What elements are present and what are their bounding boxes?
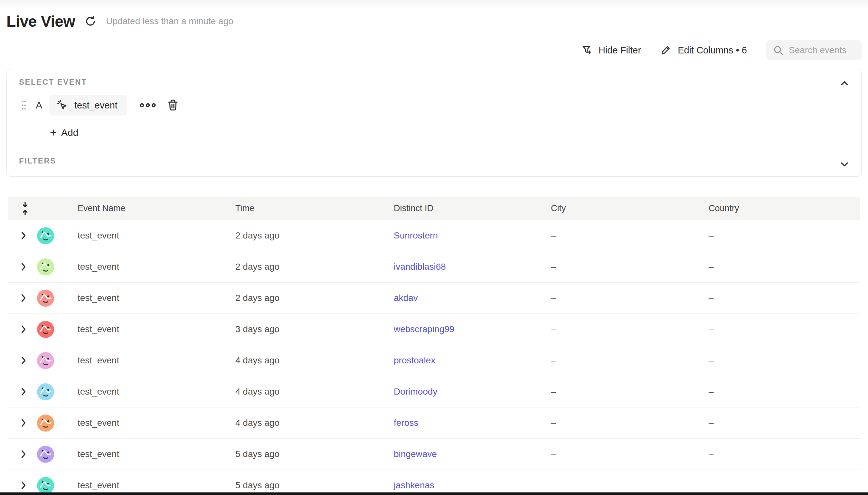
more-options-button[interactable] <box>139 102 156 108</box>
drag-handle[interactable] <box>19 100 29 111</box>
event-chip-label: test_event <box>74 100 118 111</box>
distinct-id-link[interactable]: bingewave <box>394 449 437 459</box>
city-cell: – <box>551 262 709 272</box>
pencil-icon <box>660 45 672 56</box>
expand-row-button[interactable] <box>21 450 26 458</box>
expand-row-button[interactable] <box>21 419 26 427</box>
country-cell: – <box>709 480 860 491</box>
row-expand-cell <box>8 477 78 494</box>
expand-row-button[interactable] <box>21 294 26 302</box>
user-avatar <box>37 352 54 369</box>
row-expand-cell <box>8 258 78 275</box>
country-cell: – <box>709 387 860 397</box>
delete-event-button[interactable] <box>167 99 179 112</box>
filter-plus-icon <box>581 45 593 56</box>
distinct-id-link[interactable]: akdav <box>394 293 418 303</box>
distinct-id-link[interactable]: webscraping99 <box>394 324 454 334</box>
table-row: test_event 2 days ago Sunrostern – – <box>8 220 860 251</box>
expand-row-button[interactable] <box>21 232 26 240</box>
expand-filters-button[interactable] <box>837 157 852 171</box>
three-dots-icon <box>139 102 156 108</box>
user-avatar <box>37 290 54 307</box>
expand-row-button[interactable] <box>21 388 26 396</box>
user-avatar <box>37 446 54 463</box>
plus-icon: + <box>50 128 57 137</box>
user-avatar <box>37 258 54 275</box>
hide-filter-button[interactable]: Hide Filter <box>581 45 641 56</box>
query-builder-panel: SELECT EVENT A <box>6 69 862 177</box>
edit-columns-button[interactable]: Edit Columns • 6 <box>660 45 747 56</box>
chevron-up-icon <box>840 79 849 88</box>
select-event-label: SELECT EVENT <box>19 78 849 87</box>
distinct-id-link[interactable]: jashkenas <box>394 480 434 490</box>
event-chip[interactable]: test_event <box>49 95 127 116</box>
distinct-id-link[interactable]: ivandiblasi68 <box>394 262 446 272</box>
time-cell: 4 days ago <box>235 418 394 428</box>
city-cell: – <box>551 480 709 491</box>
toolbar: Hide Filter Edit Columns • 6 <box>6 39 862 62</box>
filters-label: FILTERS <box>19 156 849 166</box>
row-expand-cell <box>8 321 78 338</box>
city-cell: – <box>551 293 709 303</box>
event-name-cell: test_event <box>78 449 235 459</box>
chevron-right-icon <box>21 325 26 334</box>
live-view-page: Live View Updated less than a minute ago… <box>0 0 868 495</box>
search-icon <box>773 45 784 56</box>
filters-section: FILTERS <box>7 148 861 176</box>
edit-columns-label: Edit Columns • 6 <box>678 45 747 56</box>
time-cell: 3 days ago <box>235 324 394 335</box>
expand-row-button[interactable] <box>21 325 26 334</box>
table-row: test_event 4 days ago feross – – <box>8 408 860 439</box>
city-cell: – <box>551 355 709 365</box>
chevron-right-icon <box>21 481 26 490</box>
distinct-id-link[interactable]: Sunrostern <box>394 231 438 240</box>
city-cell: – <box>551 324 709 335</box>
column-header-event-name[interactable]: Event Name <box>78 203 235 214</box>
event-row: A test_event <box>19 95 849 116</box>
search-events-box[interactable] <box>766 40 862 60</box>
table-row: test_event 5 days ago jashkenas – – <box>8 470 860 495</box>
table-row: test_event 4 days ago Dorimoody – – <box>8 376 860 408</box>
event-name-cell: test_event <box>78 480 235 491</box>
expand-row-button[interactable] <box>21 262 26 271</box>
table-row: test_event 2 days ago akdav – – <box>8 283 860 314</box>
bottom-edge-bar <box>0 492 868 495</box>
expand-row-button[interactable] <box>21 356 26 365</box>
distinct-id-link[interactable]: prostoalex <box>394 355 435 365</box>
time-cell: 5 days ago <box>235 449 394 459</box>
refresh-icon <box>84 15 97 27</box>
event-name-cell: test_event <box>78 324 235 335</box>
add-event-button[interactable]: + Add <box>50 127 78 138</box>
collapse-all-button[interactable] <box>21 202 29 215</box>
time-cell: 2 days ago <box>235 293 394 303</box>
column-header-country[interactable]: Country <box>709 203 860 214</box>
table-body: test_event 2 days ago Sunrostern – – <box>8 220 860 495</box>
row-expand-cell <box>8 414 78 432</box>
refresh-button[interactable] <box>83 14 98 28</box>
column-header-city[interactable]: City <box>551 203 709 214</box>
chevron-right-icon <box>21 356 26 365</box>
event-name-cell: test_event <box>78 418 235 428</box>
search-events-input[interactable] <box>789 45 855 55</box>
row-expand-cell <box>8 446 78 463</box>
column-header-time[interactable]: Time <box>235 203 394 214</box>
country-cell: – <box>709 418 860 428</box>
user-avatar <box>37 414 54 432</box>
collapse-select-event-button[interactable] <box>837 76 852 90</box>
country-cell: – <box>709 449 860 459</box>
country-cell: – <box>709 231 860 241</box>
city-cell: – <box>551 231 709 241</box>
column-header-distinct-id[interactable]: Distinct ID <box>394 203 551 214</box>
country-cell: – <box>709 324 860 335</box>
event-name-cell: test_event <box>78 231 235 241</box>
event-row-actions <box>139 99 179 112</box>
chevron-right-icon <box>21 232 26 240</box>
distinct-id-link[interactable]: Dorimoody <box>394 387 437 396</box>
add-event-label: Add <box>61 127 78 138</box>
event-name-cell: test_event <box>78 293 235 303</box>
table-row: test_event 4 days ago prostoalex – – <box>8 345 860 376</box>
events-table: Event Name Time Distinct ID City Country <box>8 197 860 495</box>
table-header-row: Event Name Time Distinct ID City Country <box>8 197 860 220</box>
distinct-id-link[interactable]: feross <box>394 418 418 428</box>
expand-row-button[interactable] <box>21 481 26 490</box>
